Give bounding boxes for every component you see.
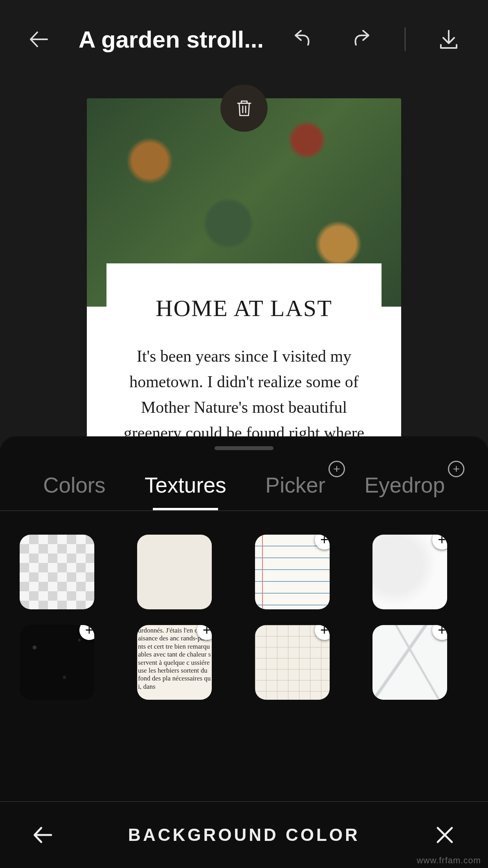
premium-plus-icon: + [79, 625, 94, 640]
editor-header: A garden stroll... [0, 0, 488, 79]
download-button[interactable] [433, 24, 464, 55]
texture-cream[interactable] [137, 535, 212, 609]
premium-plus-icon: + [448, 461, 464, 477]
undo-button[interactable] [287, 24, 318, 55]
trash-icon [233, 97, 255, 119]
sheet-grab-handle[interactable] [215, 446, 273, 450]
redo-icon [350, 28, 373, 51]
premium-plus-icon: + [432, 625, 447, 640]
texture-newsprint[interactable]: urdonnés. J'étais l'en omplaisance des a… [137, 625, 212, 700]
arrow-left-icon [28, 28, 51, 51]
tab-colors[interactable]: Colors [43, 461, 106, 509]
tab-textures[interactable]: Textures [145, 461, 226, 509]
close-icon [433, 823, 457, 847]
sheet-bottom-bar: BACKGROUND COLOR [0, 801, 488, 868]
sheet-back-button[interactable] [28, 819, 59, 851]
redo-button[interactable] [346, 24, 377, 55]
header-divider [405, 28, 405, 51]
premium-plus-icon: + [328, 461, 345, 477]
delete-element-button[interactable] [220, 85, 268, 132]
sheet-tabs: Colors Textures Picker + Eyedrop + [0, 460, 488, 511]
card-heading[interactable]: HOME AT LAST [122, 295, 366, 322]
texture-lined-paper[interactable]: + [255, 535, 330, 609]
tab-label: Picker [265, 473, 325, 497]
premium-plus-icon: + [315, 625, 330, 640]
sheet-close-button[interactable] [429, 819, 460, 851]
sheet-title: BACKGROUND COLOR [128, 825, 360, 845]
watermark: www.frfam.com [417, 855, 481, 866]
tab-eyedrop[interactable]: Eyedrop + [364, 461, 445, 509]
texture-grid-paper[interactable]: + [255, 625, 330, 700]
premium-plus-icon: + [315, 535, 330, 550]
background-color-sheet: Colors Textures Picker + Eyedrop + + + +… [0, 436, 488, 868]
premium-plus-icon: + [432, 535, 447, 550]
project-title: A garden stroll... [79, 26, 287, 53]
texture-marble-light[interactable]: + [372, 535, 447, 609]
download-icon [437, 28, 460, 51]
texture-grid: + + + urdonnés. J'étais l'en omplaisance… [0, 527, 488, 801]
texture-black-grain[interactable]: + [20, 625, 94, 700]
texture-marble-vein[interactable]: + [372, 625, 447, 700]
header-actions [287, 24, 464, 55]
undo-icon [291, 28, 314, 51]
arrow-left-icon [31, 823, 55, 847]
texture-transparent[interactable] [20, 535, 94, 609]
tab-picker[interactable]: Picker + [265, 461, 325, 509]
back-button[interactable] [24, 24, 55, 55]
tab-label: Eyedrop [364, 473, 445, 497]
